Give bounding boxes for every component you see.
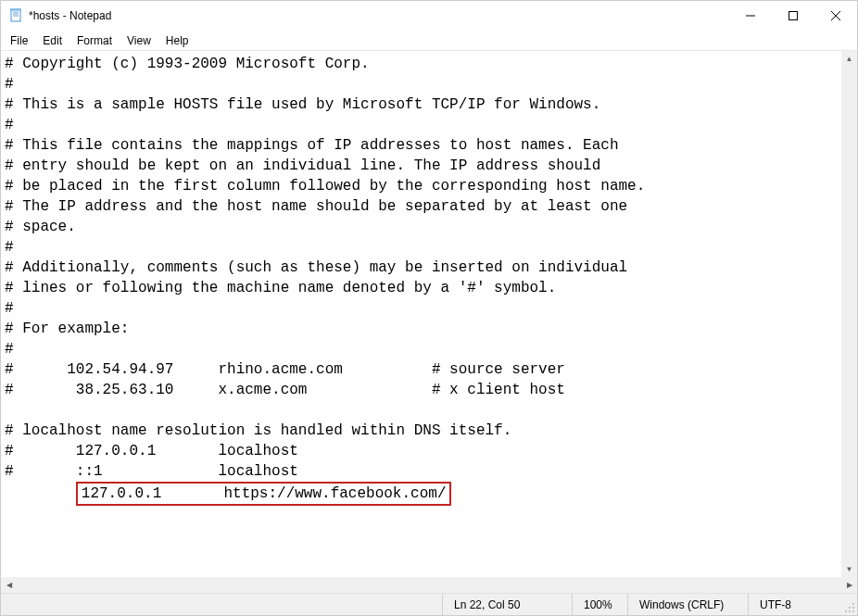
svg-point-13: [849, 610, 851, 612]
menu-format[interactable]: Format: [69, 32, 120, 49]
scroll-right-icon[interactable]: ▶: [841, 577, 857, 593]
scroll-down-icon[interactable]: ▼: [841, 561, 857, 577]
svg-rect-0: [11, 9, 20, 21]
menubar: File Edit Format View Help: [1, 31, 857, 51]
menu-edit[interactable]: Edit: [35, 32, 69, 49]
resize-grip-icon[interactable]: [840, 594, 857, 615]
status-encoding: UTF-8: [748, 594, 840, 615]
svg-point-14: [845, 610, 847, 612]
svg-rect-6: [789, 12, 798, 20]
minimize-button[interactable]: [729, 1, 772, 31]
scroll-left-icon[interactable]: ◀: [1, 577, 17, 593]
editor-area: # Copyright (c) 1993-2009 Microsoft Corp…: [1, 51, 857, 593]
status-line-ending: Windows (CRLF): [627, 594, 748, 615]
titlebar: *hosts - Notepad: [1, 1, 857, 31]
menu-view[interactable]: View: [120, 32, 158, 49]
svg-point-12: [852, 610, 854, 612]
statusbar: Ln 22, Col 50 100% Windows (CRLF) UTF-8: [1, 593, 857, 615]
horizontal-scrollbar[interactable]: ◀ ▶: [1, 577, 857, 593]
text-editor[interactable]: # Copyright (c) 1993-2009 Microsoft Corp…: [1, 51, 857, 577]
menu-file[interactable]: File: [3, 32, 35, 49]
scroll-up-icon[interactable]: ▲: [841, 51, 857, 67]
svg-point-9: [852, 603, 854, 605]
close-button[interactable]: [814, 1, 857, 31]
window-controls: [729, 1, 857, 31]
notepad-icon: [8, 8, 23, 23]
status-zoom: 100%: [572, 594, 627, 615]
menu-help[interactable]: Help: [158, 32, 196, 49]
svg-point-11: [849, 607, 851, 609]
window-title: *hosts - Notepad: [29, 9, 729, 22]
maximize-button[interactable]: [772, 1, 814, 31]
vertical-scrollbar[interactable]: ▲ ▼: [841, 51, 857, 577]
status-position: Ln 22, Col 50: [442, 594, 572, 615]
svg-point-10: [852, 607, 854, 609]
svg-rect-4: [10, 9, 21, 11]
highlighted-entry: 127.0.0.1 https://www.facebook.com/: [76, 482, 452, 506]
